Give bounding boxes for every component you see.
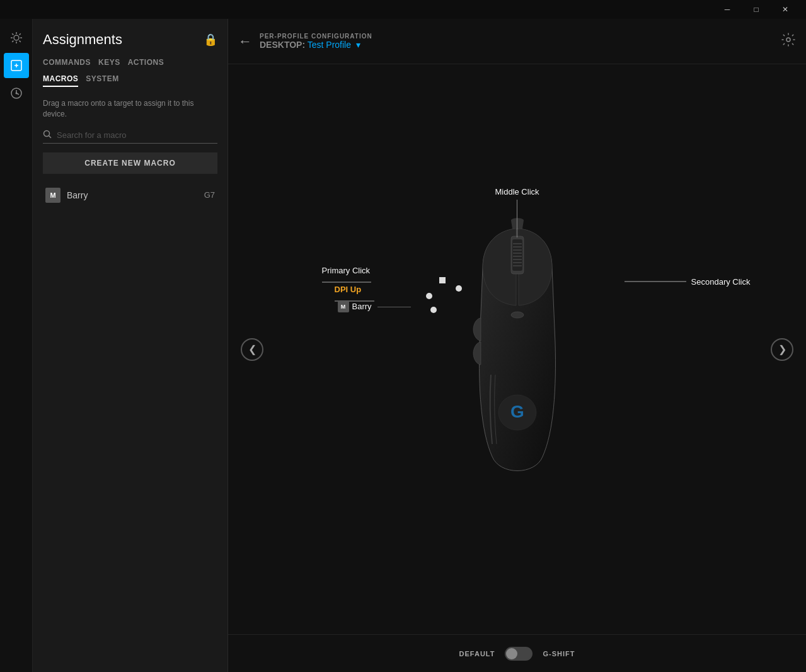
middle-click-label: Middle Click <box>495 186 539 237</box>
toggle-knob <box>506 648 517 659</box>
maximize-button[interactable]: □ <box>742 0 771 19</box>
dot-secondary <box>456 285 462 292</box>
header-left: ← PER-PROFILE CONFIGURATION DESKTOP: Tes… <box>238 33 372 50</box>
chevron-left-icon: ❮ <box>248 343 256 355</box>
dpi-button[interactable] <box>4 81 29 106</box>
desktop-text: DESKTOP: <box>260 40 305 50</box>
gshift-label: G-SHIFT <box>543 650 575 658</box>
macro-name-barry: Barry <box>67 190 204 200</box>
barry-m-icon: M <box>338 301 349 312</box>
mouse-diagram: G Middle Click Primary Click <box>360 167 675 532</box>
svg-text:G: G <box>510 402 524 421</box>
svg-point-29 <box>511 312 524 318</box>
search-icon <box>43 130 52 140</box>
default-label: DEFAULT <box>459 650 495 658</box>
barry-label: M Barry <box>338 301 412 312</box>
drag-hint: Drag a macro onto a target to assign it … <box>43 98 217 120</box>
mouse-svg: G <box>448 217 587 482</box>
bottom-bar: DEFAULT G-SHIFT <box>228 634 806 672</box>
secondary-click-line <box>625 278 688 285</box>
macro-icon-barry: M <box>45 188 60 203</box>
svg-line-17 <box>49 135 52 138</box>
secondary-click-label: Secondary Click <box>625 277 751 287</box>
svg-line-8 <box>12 41 13 42</box>
svg-point-18 <box>786 38 790 42</box>
desktop-label: DESKTOP: Test Profile ▾ <box>260 40 372 50</box>
search-box <box>43 130 217 144</box>
close-button[interactable]: ✕ <box>771 0 800 19</box>
macro-item-barry[interactable]: M Barry G7 <box>43 184 217 207</box>
titlebar-controls: ─ □ ✕ <box>713 0 800 19</box>
nav-prev-button[interactable]: ❮ <box>241 338 263 361</box>
dot-primary <box>439 277 446 283</box>
gear-button[interactable] <box>781 32 796 51</box>
svg-point-0 <box>14 35 19 40</box>
search-input[interactable] <box>57 130 217 140</box>
titlebar: ─ □ ✕ <box>0 0 806 19</box>
app-container: Assignments 🔒 COMMANDS KEYS ACTIONS MACR… <box>0 19 806 672</box>
sidebar-title: Assignments <box>43 31 122 48</box>
dot-barry <box>430 307 437 313</box>
per-profile-label: PER-PROFILE CONFIGURATION <box>260 33 372 40</box>
icon-rail <box>0 19 33 672</box>
svg-point-15 <box>15 93 17 94</box>
nav-next-button[interactable]: ❯ <box>771 338 793 361</box>
header-info: PER-PROFILE CONFIGURATION DESKTOP: Test … <box>260 33 372 50</box>
svg-point-16 <box>44 130 50 136</box>
svg-line-7 <box>19 33 20 35</box>
main-area: ← PER-PROFILE CONFIGURATION DESKTOP: Tes… <box>228 19 806 672</box>
back-button[interactable]: ← <box>238 33 252 50</box>
sidebar-header: Assignments 🔒 <box>43 31 217 48</box>
mouse-area: ❮ <box>228 64 806 634</box>
tab-actions[interactable]: ACTIONS <box>128 58 164 71</box>
svg-line-6 <box>19 41 20 42</box>
sidebar: Assignments 🔒 COMMANDS KEYS ACTIONS MACR… <box>33 19 228 672</box>
barry-line <box>377 307 412 314</box>
macro-key-barry: G7 <box>204 190 215 200</box>
profile-dropdown-arrow[interactable]: ▾ <box>356 40 360 50</box>
profile-name: Test Profile <box>308 40 351 50</box>
svg-line-5 <box>12 33 13 35</box>
tabs-row1: COMMANDS KEYS ACTIONS <box>43 58 217 71</box>
assignments-button[interactable] <box>4 53 29 78</box>
dot-dpi <box>426 293 432 299</box>
chevron-right-icon: ❯ <box>778 343 786 355</box>
lighting-button[interactable] <box>4 25 29 50</box>
primary-click-label: Primary Click <box>322 265 372 286</box>
tabs-row2: MACROS SYSTEM <box>43 74 217 87</box>
header: ← PER-PROFILE CONFIGURATION DESKTOP: Tes… <box>228 19 806 64</box>
tab-system[interactable]: SYSTEM <box>86 74 118 87</box>
tab-keys[interactable]: KEYS <box>98 58 120 71</box>
create-macro-button[interactable]: CREATE NEW MACRO <box>43 152 217 174</box>
tab-macros[interactable]: MACROS <box>43 74 78 87</box>
default-gshift-toggle[interactable] <box>505 647 533 661</box>
minimize-button[interactable]: ─ <box>713 0 742 19</box>
lock-icon: 🔒 <box>204 33 217 47</box>
tab-commands[interactable]: COMMANDS <box>43 58 91 71</box>
